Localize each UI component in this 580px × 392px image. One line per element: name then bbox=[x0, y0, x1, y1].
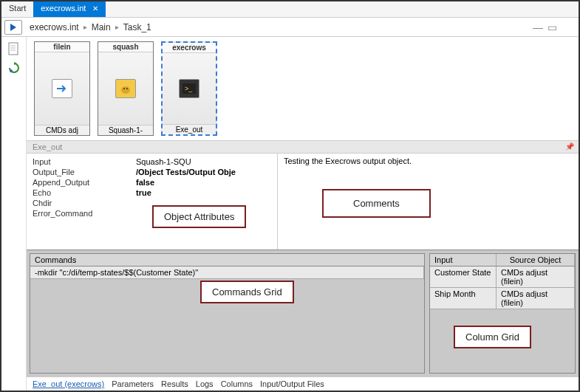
node-squash[interactable]: squash Squash-1- bbox=[98, 41, 154, 136]
callout-comments: Comments bbox=[322, 189, 431, 218]
flow-canvas[interactable]: filein CMDs adj squash Squash-1- execrow… bbox=[27, 37, 579, 140]
svg-rect-0 bbox=[9, 43, 18, 55]
breadcrumb: execrows.int ▸ Main ▸ Task_1 bbox=[25, 22, 151, 32]
attr-value[interactable]: Squash-1-SQU bbox=[136, 157, 191, 166]
column-grid[interactable]: Input Source Object Customer State CMDs … bbox=[429, 253, 576, 374]
attributes-pane: InputSquash-1-SQU Output_File/Object Tes… bbox=[27, 154, 278, 250]
panel-title-text: Exe_out bbox=[33, 142, 62, 151]
grid-header: Commands bbox=[30, 254, 424, 267]
callout-attributes: Object Attributes bbox=[152, 205, 246, 228]
attr-label: Echo bbox=[33, 188, 136, 197]
node-title: execrows bbox=[163, 43, 216, 53]
svg-text:>_: >_ bbox=[185, 85, 193, 92]
grid-cell[interactable]: -mkdir "c:/di/temp-states/$$(Customer St… bbox=[30, 267, 424, 278]
tab-label: execrows.int bbox=[41, 4, 86, 13]
arrow-right-icon bbox=[52, 79, 72, 98]
node-foot: CMDs adj bbox=[35, 125, 89, 135]
attr-value[interactable]: true bbox=[136, 188, 151, 197]
tab-logs[interactable]: Logs bbox=[196, 379, 214, 388]
breadcrumb-item[interactable]: execrows.int bbox=[30, 22, 79, 32]
node-foot: Exe_out bbox=[163, 124, 216, 134]
breadcrumb-item[interactable]: Main bbox=[92, 22, 111, 32]
svg-point-6 bbox=[123, 88, 125, 89]
svg-point-5 bbox=[121, 86, 130, 94]
tab-results[interactable]: Results bbox=[161, 379, 188, 388]
node-title: squash bbox=[98, 42, 153, 52]
attr-label: Output_File bbox=[33, 168, 136, 176]
callout-column-grid: Column Grid bbox=[454, 326, 531, 348]
window-controls[interactable]: — ▭ bbox=[533, 21, 558, 33]
attr-label: Error_Command bbox=[33, 209, 136, 218]
node-foot: Squash-1- bbox=[98, 125, 153, 135]
tab-parameters[interactable]: Parameters bbox=[112, 379, 154, 388]
grid-cell[interactable]: Ship Month bbox=[430, 288, 497, 309]
attr-label: Input bbox=[33, 157, 136, 166]
left-tool-rail bbox=[1, 37, 27, 391]
tab-exeout[interactable]: Exe_out (execrows) bbox=[33, 379, 104, 388]
svg-point-7 bbox=[126, 88, 128, 89]
callout-commands-grid: Commands Grid bbox=[200, 281, 294, 303]
tab-io-files[interactable]: Input/Output Files bbox=[260, 379, 324, 388]
commands-grid[interactable]: Commands -mkdir "c:/di/temp-states/$$(Cu… bbox=[30, 253, 425, 374]
bottom-tabs: Exe_out (execrows) Parameters Results Lo… bbox=[27, 376, 579, 391]
refresh-icon[interactable] bbox=[7, 61, 21, 75]
grid-cell[interactable]: CMDs adjust (filein) bbox=[497, 267, 575, 287]
comments-pane[interactable]: Testing the Execrows output object. Comm… bbox=[278, 154, 579, 250]
tab-execrows[interactable]: execrows.int ✕ bbox=[33, 1, 106, 17]
squash-icon bbox=[115, 79, 136, 98]
panel-header: Exe_out 📌 bbox=[27, 140, 579, 154]
document-icon[interactable] bbox=[7, 41, 21, 56]
run-button[interactable] bbox=[4, 20, 22, 35]
pin-icon[interactable]: 📌 bbox=[565, 142, 574, 151]
toolbar: execrows.int ▸ Main ▸ Task_1 — ▭ bbox=[1, 18, 579, 37]
close-icon[interactable]: ✕ bbox=[92, 4, 98, 13]
play-icon bbox=[10, 24, 16, 31]
col-header: Input bbox=[430, 254, 497, 266]
chevron-right-icon: ▸ bbox=[83, 23, 87, 31]
node-filein[interactable]: filein CMDs adj bbox=[34, 41, 90, 136]
document-tabs: Start execrows.int ✕ bbox=[1, 1, 579, 18]
grid-cell[interactable]: Customer State bbox=[430, 267, 497, 287]
tab-start[interactable]: Start bbox=[1, 1, 33, 17]
grid-cell[interactable]: CMDs adjust (filein) bbox=[497, 288, 575, 309]
breadcrumb-item[interactable]: Task_1 bbox=[123, 22, 151, 32]
comments-text: Testing the Execrows output object. bbox=[284, 157, 573, 165]
terminal-icon: >_ bbox=[179, 79, 199, 98]
chevron-right-icon: ▸ bbox=[115, 23, 119, 31]
col-header: Source Object bbox=[497, 254, 575, 266]
attr-label: Append_Output bbox=[33, 178, 136, 187]
attr-label: Chdir bbox=[33, 199, 136, 207]
node-title: filein bbox=[35, 42, 89, 52]
node-execrows[interactable]: execrows >_ Exe_out bbox=[161, 41, 217, 136]
tab-columns[interactable]: Columns bbox=[221, 379, 253, 388]
attr-value[interactable]: /Object Tests/Output Obje bbox=[136, 168, 236, 176]
svg-point-4 bbox=[10, 69, 13, 72]
attr-value[interactable]: false bbox=[136, 178, 154, 187]
